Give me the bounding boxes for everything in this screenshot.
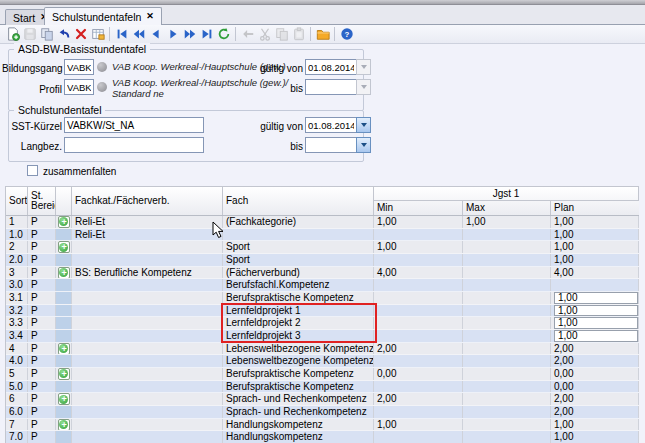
cell-bereich: P: [28, 368, 56, 380]
close-icon[interactable]: ✕: [146, 12, 154, 21]
undo-icon[interactable]: [55, 26, 72, 43]
table-row[interactable]: 2.0PSport1,00: [6, 254, 639, 267]
header-min[interactable]: Min: [374, 201, 463, 215]
table-row[interactable]: 1PReli-Et(Fachkategorie)1,001,001,00: [6, 216, 639, 229]
folder-icon[interactable]: [314, 26, 331, 43]
sst-kuerzel-label: SST-Kürzel: [2, 121, 62, 132]
sst-gueltig-von-dropdown[interactable]: [356, 117, 371, 133]
table-row[interactable]: 7PHandlungskompetenz1,001,00: [6, 419, 639, 432]
status-dot-icon: [97, 82, 107, 92]
table-row[interactable]: 4.0PLebensweltbezogene Kompetenz2,00: [6, 355, 639, 368]
plan-edit-cell[interactable]: 1,00: [554, 317, 638, 329]
header-sort[interactable]: Sort.: [6, 187, 28, 215]
table-row[interactable]: 1.0PReli-Et1,00: [6, 229, 639, 242]
sst-kuerzel-field[interactable]: [64, 117, 204, 133]
tab-schulstundentafeln[interactable]: Schulstundentafeln ✕: [44, 7, 162, 25]
nav-prev-page-icon[interactable]: [130, 26, 147, 43]
header-fach[interactable]: Fach: [223, 187, 374, 215]
table-row[interactable]: 5.0PBerufspraktische Kompetenz0,00: [6, 381, 639, 394]
cell-min: [374, 406, 463, 418]
table-row[interactable]: 2PSport1,001,00: [6, 241, 639, 254]
cell-min: 1,00: [374, 241, 463, 253]
copy-record-icon[interactable]: [38, 26, 55, 43]
cell-fach: [223, 229, 374, 241]
table-row[interactable]: 3PBS: Berufliche Kompetenz(Fächerverbund…: [6, 267, 639, 280]
nav-last-icon[interactable]: [198, 26, 215, 43]
delete-icon[interactable]: [72, 26, 89, 43]
cell-fachkat: [72, 317, 223, 329]
cell-max: 1,00: [463, 216, 551, 228]
header-plan[interactable]: Plan: [551, 201, 639, 215]
langbez-field[interactable]: [64, 137, 204, 153]
cell-min: [374, 292, 463, 304]
cell-fach: Sport: [223, 254, 374, 266]
expand-row-button[interactable]: [58, 241, 70, 253]
bildungsgang-field[interactable]: [64, 59, 94, 75]
header-st-bereich[interactable]: St. Bereich: [28, 187, 56, 215]
nav-next-icon[interactable]: [164, 26, 181, 43]
expand-row-button[interactable]: [58, 393, 70, 405]
cell-fach: Lebensweltbezogene Kompetenz: [223, 343, 374, 355]
table-row[interactable]: 3.1PBerufspraktische Kompetenz1,00: [6, 292, 639, 305]
expand-row-button[interactable]: [58, 343, 70, 355]
cell-fachkat: [72, 254, 223, 266]
sst-gueltig-von-field[interactable]: [305, 117, 357, 133]
header-max[interactable]: Max: [463, 201, 551, 215]
toolbar-separator: [310, 27, 311, 41]
table-row[interactable]: 4PLebensweltbezogene Kompetenz2,002,00: [6, 343, 639, 356]
cell-bereich: P: [28, 254, 56, 266]
table-row[interactable]: 7.0PHandlungskompetenz1,00: [6, 431, 639, 443]
expand-row-button[interactable]: [58, 267, 70, 279]
help-icon[interactable]: ?: [338, 26, 355, 43]
refresh-icon[interactable]: [215, 26, 232, 43]
header-fachkat[interactable]: Fachkat./Fächerverb.: [72, 187, 223, 215]
table-row[interactable]: 6PSprach- und Rechenkompetenz2,002,00: [6, 393, 639, 406]
table-row[interactable]: 5PBerufspraktische Kompetenz0,000,00: [6, 368, 639, 381]
plan-edit-cell[interactable]: 1,00: [554, 305, 638, 317]
cell-fachkat: [72, 241, 223, 253]
svg-text:?: ?: [344, 30, 349, 39]
sst-bis-dropdown[interactable]: [356, 137, 371, 153]
basis-bis-field[interactable]: [305, 79, 357, 95]
cell-plan: 0,00: [551, 381, 639, 393]
table-body: 1PReli-Et(Fachkategorie)1,001,001,001.0P…: [6, 216, 639, 443]
copy-icon: [273, 26, 290, 43]
table-row[interactable]: 3.3PLernfeldprojekt 21,00: [6, 317, 639, 330]
basis-gueltig-von-field[interactable]: [305, 59, 357, 75]
cell-plan: 2,00: [551, 406, 639, 418]
table-row[interactable]: 3.4PLernfeldprojekt 31,00: [6, 330, 639, 343]
zusammenfalten-checkbox[interactable]: [27, 165, 38, 176]
nav-first-icon[interactable]: [113, 26, 130, 43]
sst-bis-field[interactable]: [305, 137, 357, 153]
cell-min: [374, 330, 463, 342]
cell-min: 1,00: [374, 419, 463, 431]
cell-plan: 1,00: [551, 216, 639, 228]
profil-field[interactable]: [64, 79, 94, 95]
cell-fachkat: [72, 406, 223, 418]
data-table-icon[interactable]: [89, 26, 106, 43]
new-record-icon[interactable]: [4, 26, 21, 43]
expand-row-button[interactable]: [58, 216, 70, 228]
table-row[interactable]: 6.0PSprach- und Rechenkompetenz2,00: [6, 406, 639, 419]
table-header: Sort. St. Bereich Fachkat./Fächerverb. F…: [6, 187, 639, 216]
cell-max: [463, 393, 551, 405]
table-row[interactable]: 3.0PBerufsfachl.Kompetenz: [6, 279, 639, 292]
cell-plan: 2,00: [551, 393, 639, 405]
cell-bereich: P: [28, 343, 56, 355]
expand-row-button[interactable]: [58, 368, 70, 380]
plan-edit-cell[interactable]: 1,00: [554, 330, 638, 342]
bis-label: bis: [253, 83, 303, 94]
paste-icon: [290, 26, 307, 43]
cell-bereich: P: [28, 406, 56, 418]
cell-add: [56, 419, 72, 431]
cell-fachkat: Reli-Et: [72, 216, 223, 228]
cell-bereich: P: [28, 292, 56, 304]
nav-prev-icon[interactable]: [147, 26, 164, 43]
plan-edit-cell[interactable]: 1,00: [554, 292, 638, 304]
table-row[interactable]: 3.2PLernfeldprojekt 11,00: [6, 305, 639, 318]
chevron-down-icon: [361, 65, 367, 69]
nav-next-page-icon[interactable]: [181, 26, 198, 43]
cell-add: [56, 431, 72, 443]
cell-sort: 3.2: [6, 305, 28, 317]
expand-row-button[interactable]: [58, 419, 70, 431]
